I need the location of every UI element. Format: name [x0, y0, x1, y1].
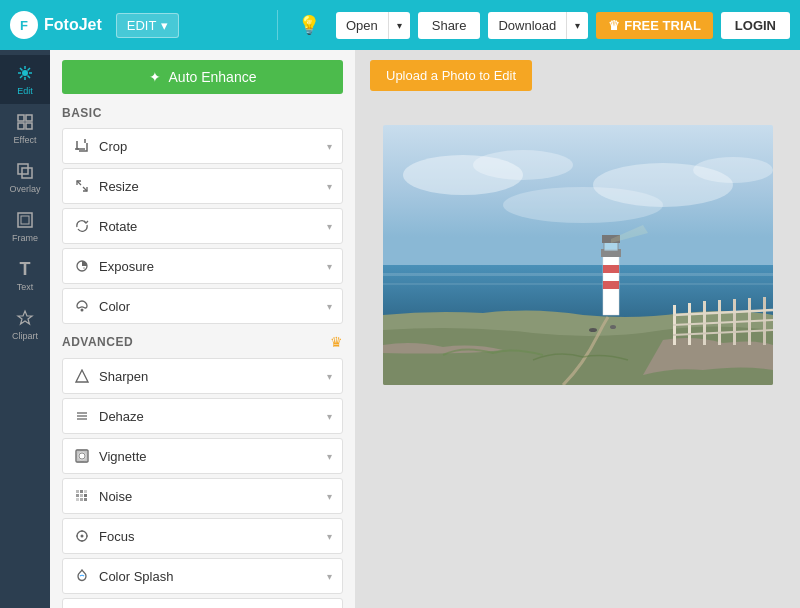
sidebar-item-effect[interactable]: Effect: [0, 104, 50, 153]
open-button[interactable]: Open ▾: [336, 12, 410, 39]
focus-icon: [73, 527, 91, 545]
color-icon: [73, 297, 91, 315]
sharpen-label: Sharpen: [99, 369, 327, 384]
clipart-icon: [15, 308, 35, 328]
vignette-label: Vignette: [99, 449, 327, 464]
sidebar-item-text[interactable]: T Text: [0, 251, 50, 300]
svg-rect-13: [18, 164, 28, 174]
sidebar-icons: Edit Effect Overlay: [0, 50, 50, 608]
share-button[interactable]: Share: [418, 12, 481, 39]
vignette-icon: [73, 447, 91, 465]
basic-section-title: BASIC: [62, 106, 343, 120]
svg-marker-26: [76, 370, 88, 382]
tool-focus[interactable]: Focus ▾: [62, 518, 343, 554]
resize-label: Resize: [99, 179, 327, 194]
svg-rect-72: [603, 265, 619, 273]
canvas-area: Upload a Photo to Edit: [355, 50, 800, 608]
crop-icon: [73, 137, 91, 155]
crop-expand-icon: ▾: [327, 141, 332, 152]
svg-rect-39: [76, 498, 79, 501]
tool-resize[interactable]: Resize ▾: [62, 168, 343, 204]
svg-rect-36: [76, 494, 79, 497]
rotate-label: Rotate: [99, 219, 327, 234]
tool-rotate[interactable]: Rotate ▾: [62, 208, 343, 244]
login-button[interactable]: LOGIN: [721, 12, 790, 39]
tool-selective-filter[interactable]: Selective Filter ▾: [62, 598, 343, 608]
header-divider: [277, 10, 278, 40]
tool-dehaze[interactable]: Dehaze ▾: [62, 398, 343, 434]
idea-icon: 💡: [298, 15, 320, 35]
effect-icon: [15, 112, 35, 132]
exposure-expand-icon: ▾: [327, 261, 332, 272]
effect-sidebar-label: Effect: [14, 135, 37, 145]
tool-sharpen[interactable]: Sharpen ▾: [62, 358, 343, 394]
share-label: Share: [432, 18, 467, 33]
rotate-expand-icon: ▾: [327, 221, 332, 232]
svg-rect-16: [21, 216, 29, 224]
download-main-label[interactable]: Download: [488, 12, 567, 39]
download-dropdown-arrow-icon[interactable]: ▾: [567, 14, 588, 37]
svg-line-5: [20, 68, 23, 71]
exposure-icon: [73, 257, 91, 275]
color-expand-icon: ▾: [327, 301, 332, 312]
auto-enhance-button[interactable]: ✦ Auto Enhance: [62, 60, 343, 94]
svg-rect-38: [84, 494, 87, 497]
dehaze-icon: [73, 407, 91, 425]
svg-rect-37: [80, 494, 83, 497]
logo-text: FotoJet: [44, 16, 102, 34]
svg-line-7: [28, 68, 31, 71]
crown-icon: ♛: [608, 18, 620, 33]
svg-rect-32: [76, 450, 88, 462]
tool-noise[interactable]: Noise ▾: [62, 478, 343, 514]
advanced-section-title: ADVANCED: [62, 335, 133, 349]
svg-rect-9: [18, 115, 24, 121]
open-main-label[interactable]: Open: [336, 12, 389, 39]
svg-point-25: [81, 309, 84, 312]
svg-point-43: [81, 535, 84, 538]
tool-crop[interactable]: Crop ▾: [62, 128, 343, 164]
sidebar-item-frame[interactable]: Frame: [0, 202, 50, 251]
svg-rect-40: [80, 498, 83, 501]
color-splash-expand-icon: ▾: [327, 571, 332, 582]
frame-icon: [15, 210, 35, 230]
tool-color[interactable]: Color ▾: [62, 288, 343, 324]
resize-icon: [73, 177, 91, 195]
svg-rect-73: [603, 281, 619, 289]
noise-icon: [73, 487, 91, 505]
logo-area: F FotoJet: [10, 11, 102, 39]
sidebar-item-clipart[interactable]: Clipart: [0, 300, 50, 349]
photo-container: [383, 125, 773, 385]
tool-color-splash[interactable]: Color Splash ▾: [62, 558, 343, 594]
download-button[interactable]: Download ▾: [488, 12, 588, 39]
idea-button[interactable]: 💡: [290, 10, 328, 40]
header: F FotoJet EDIT ▾ 💡 Open ▾ Share Download…: [0, 0, 800, 50]
noise-expand-icon: ▾: [327, 491, 332, 502]
edit-dropdown[interactable]: EDIT ▾: [116, 13, 180, 38]
vignette-expand-icon: ▾: [327, 451, 332, 462]
dehaze-expand-icon: ▾: [327, 411, 332, 422]
svg-rect-35: [84, 490, 87, 493]
tool-vignette[interactable]: Vignette ▾: [62, 438, 343, 474]
overlay-sidebar-label: Overlay: [9, 184, 40, 194]
edit-label: EDIT: [127, 18, 157, 33]
upload-prompt[interactable]: Upload a Photo to Edit: [370, 60, 532, 91]
dropdown-arrow-icon: ▾: [161, 18, 168, 33]
svg-rect-10: [26, 115, 32, 121]
resize-expand-icon: ▾: [327, 181, 332, 192]
sidebar-item-overlay[interactable]: Overlay: [0, 153, 50, 202]
sidebar-item-edit[interactable]: Edit: [0, 55, 50, 104]
exposure-label: Exposure: [99, 259, 327, 274]
advanced-crown-icon: ♛: [330, 334, 343, 350]
focus-expand-icon: ▾: [327, 531, 332, 542]
svg-rect-34: [80, 490, 83, 493]
crop-label: Crop: [99, 139, 327, 154]
svg-rect-41: [84, 498, 87, 501]
photo-image: [383, 125, 773, 385]
free-trial-button[interactable]: ♛ FREE TRIAL: [596, 12, 713, 39]
open-dropdown-arrow-icon[interactable]: ▾: [389, 14, 410, 37]
tools-panel: ✦ Auto Enhance BASIC Crop ▾: [50, 50, 355, 608]
svg-rect-14: [22, 168, 32, 178]
tool-exposure[interactable]: Exposure ▾: [62, 248, 343, 284]
svg-rect-60: [383, 283, 773, 285]
logo-icon: F: [10, 11, 38, 39]
